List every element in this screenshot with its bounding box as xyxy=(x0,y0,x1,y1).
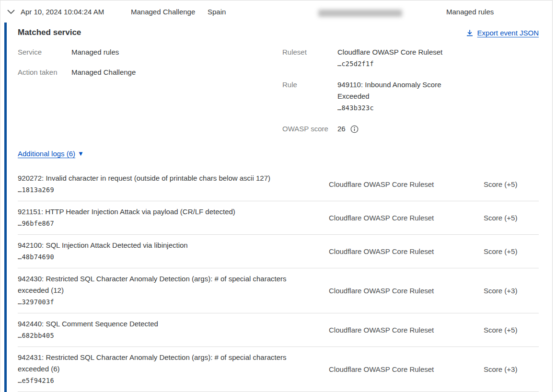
log-rule-id: …96bfe867 xyxy=(18,218,329,229)
matched-service-fields-right: Ruleset Cloudflare OWASP Core Ruleset …c… xyxy=(282,46,484,144)
log-row: 942100: SQL Injection Attack Detected vi… xyxy=(18,235,539,268)
field-value: 949110: Inbound Anomaly Score Exceeded …… xyxy=(337,79,457,114)
redacted-text xyxy=(318,10,402,17)
field-label: OWASP score xyxy=(282,123,337,135)
log-rule-id: …1813a269 xyxy=(18,184,329,196)
log-title-cell: 942430: Restricted SQL Character Anomaly… xyxy=(18,273,329,308)
field-owasp-score: OWASP score 26 xyxy=(282,123,484,135)
event-timestamp: Apr 10, 2024 10:04:24 AM xyxy=(21,8,104,16)
event-country: Spain xyxy=(208,8,226,16)
field-label: Service xyxy=(18,46,71,58)
owasp-score-value: 26 xyxy=(337,123,346,135)
log-ruleset: Cloudflare OWASP Core Ruleset xyxy=(329,247,484,255)
ruleset-name: Cloudflare OWASP Core Ruleset xyxy=(337,46,457,58)
additional-logs-toggle[interactable]: Additional logs (6) ▼ xyxy=(18,150,84,158)
expanded-row-accent-bar xyxy=(4,23,7,392)
log-ruleset: Cloudflare OWASP Core Ruleset xyxy=(329,326,484,334)
log-row: 942430: Restricted SQL Character Anomaly… xyxy=(18,268,539,313)
log-ruleset: Cloudflare OWASP Core Ruleset xyxy=(329,180,484,188)
field-value: Cloudflare OWASP Core Ruleset …c25d2f1f xyxy=(337,46,457,69)
download-icon xyxy=(466,29,474,37)
export-event-json-label: Export event JSON xyxy=(477,29,539,37)
field-value: Managed rules xyxy=(71,46,119,58)
log-title-cell: 942440: SQL Comment Sequence Detected …6… xyxy=(18,318,329,341)
log-rule-id: …48b74690 xyxy=(18,251,329,263)
info-icon[interactable] xyxy=(350,125,359,133)
rule-id: …843b323c xyxy=(337,102,457,114)
log-rule-id: …e5f94216 xyxy=(18,375,329,386)
log-ruleset: Cloudflare OWASP Core Ruleset xyxy=(329,287,484,295)
field-rule: Rule 949110: Inbound Anomaly Score Excee… xyxy=(282,79,484,114)
rule-name: 949110: Inbound Anomaly Score Exceeded xyxy=(337,79,457,102)
event-summary-row[interactable]: Apr 10, 2024 10:04:24 AM Managed Challen… xyxy=(0,0,552,23)
log-title-cell: 920272: Invalid character in request (ou… xyxy=(18,173,329,196)
log-rule-id: …3297003f xyxy=(18,296,329,308)
chevron-down-icon[interactable] xyxy=(7,10,15,14)
event-service: Managed rules xyxy=(446,8,494,16)
log-ruleset: Cloudflare OWASP Core Ruleset xyxy=(329,214,484,222)
additional-logs-label: Additional logs (6) xyxy=(18,150,75,158)
ruleset-id: …c25d2f1f xyxy=(337,58,457,69)
field-action-taken: Action taken Managed Challenge xyxy=(18,67,136,78)
field-label: Ruleset xyxy=(282,46,337,69)
log-rule-title: 942430: Restricted SQL Character Anomaly… xyxy=(18,273,308,296)
field-ruleset: Ruleset Cloudflare OWASP Core Ruleset …c… xyxy=(282,46,484,69)
log-score: Score (+5) xyxy=(484,180,539,188)
log-ruleset: Cloudflare OWASP Core Ruleset xyxy=(329,365,484,373)
field-service: Service Managed rules xyxy=(18,46,136,58)
log-row: 921151: HTTP Header Injection Attack via… xyxy=(18,201,539,235)
log-row: 942431: Restricted SQL Character Anomaly… xyxy=(18,347,539,392)
event-detail-panel: Apr 10, 2024 10:04:24 AM Managed Challen… xyxy=(0,0,553,392)
log-rule-title: 920272: Invalid character in request (ou… xyxy=(18,173,308,184)
log-score: Score (+3) xyxy=(484,365,539,373)
log-title-cell: 942100: SQL Injection Attack Detected vi… xyxy=(18,240,329,263)
log-rule-title: 942440: SQL Comment Sequence Detected xyxy=(18,318,308,330)
log-rule-id: …682bb405 xyxy=(18,330,329,341)
export-event-json-link[interactable]: Export event JSON xyxy=(466,29,539,37)
log-row: 920272: Invalid character in request (ou… xyxy=(18,168,539,201)
log-title-cell: 921151: HTTP Header Injection Attack via… xyxy=(18,206,329,229)
field-value: Managed Challenge xyxy=(71,67,136,78)
log-score: Score (+5) xyxy=(484,247,539,255)
log-rule-title: 942431: Restricted SQL Character Anomaly… xyxy=(18,352,308,375)
log-score: Score (+5) xyxy=(484,214,539,222)
log-score: Score (+3) xyxy=(484,287,539,295)
log-rule-title: 921151: HTTP Header Injection Attack via… xyxy=(18,206,308,218)
field-value: 26 xyxy=(337,123,457,135)
event-action: Managed Challenge xyxy=(131,8,195,16)
field-label: Action taken xyxy=(18,67,71,78)
section-title: Matched service xyxy=(18,28,81,37)
matched-service-fields-left: Service Managed rules Action taken Manag… xyxy=(18,46,136,87)
caret-down-icon: ▼ xyxy=(78,150,84,157)
log-row: 942440: SQL Comment Sequence Detected …6… xyxy=(18,313,539,347)
log-score: Score (+5) xyxy=(484,326,539,334)
field-label: Rule xyxy=(282,79,337,114)
log-title-cell: 942431: Restricted SQL Character Anomaly… xyxy=(18,352,329,386)
additional-logs-table: 920272: Invalid character in request (ou… xyxy=(18,168,539,392)
log-rule-title: 942100: SQL Injection Attack Detected vi… xyxy=(18,240,308,251)
